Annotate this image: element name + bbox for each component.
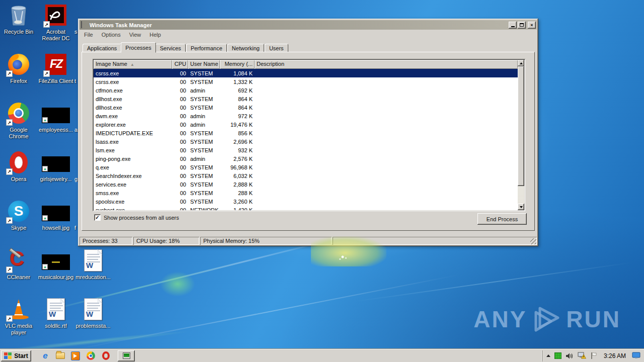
desktop-icon-label: VLC media player bbox=[0, 323, 37, 336]
process-row[interactable]: lsass.exe00SYSTEM2,696 K bbox=[94, 137, 518, 146]
resize-grip[interactable] bbox=[530, 238, 536, 244]
tab-processes[interactable]: Processes bbox=[121, 42, 155, 53]
process-row[interactable]: dllhost.exe00SYSTEM864 K bbox=[94, 103, 518, 112]
tab-networking[interactable]: Networking bbox=[227, 44, 264, 52]
desktop-icon-ccleaner[interactable]: C ↗CCleaner bbox=[0, 248, 37, 281]
desktop-icon-label: CCleaner bbox=[0, 274, 37, 281]
cell-name: IMEDICTUPDATE.EXE bbox=[94, 130, 172, 136]
process-row[interactable]: services.exe00SYSTEM2,888 K bbox=[94, 180, 518, 189]
desktop-icon-label: FileZilla Client bbox=[37, 78, 74, 84]
desktop-icon-employeess[interactable]: ▲employeess... bbox=[37, 101, 74, 133]
column-header-mem[interactable]: Memory (... bbox=[220, 60, 255, 69]
cell-cpu: 00 bbox=[172, 164, 188, 170]
image-thumbnail: ▲ bbox=[42, 254, 70, 270]
tab-applications[interactable]: Applications bbox=[83, 44, 121, 52]
scrollbar-track[interactable] bbox=[518, 186, 524, 204]
process-row[interactable]: explorer.exe00admin19,476 K bbox=[94, 120, 518, 129]
cell-mem: 2,696 K bbox=[220, 139, 255, 145]
minimize-button[interactable] bbox=[509, 22, 517, 29]
process-row[interactable]: dwm.exe00admin972 K bbox=[94, 112, 518, 120]
desktop-icon-google-chrome[interactable]: ↗Google Chrome bbox=[0, 101, 37, 140]
taskbar-clock[interactable]: 3:26 AM bbox=[602, 352, 628, 359]
cell-user: SYSTEM bbox=[188, 199, 220, 205]
desktop-icon-recycle-bin[interactable]: Recycle Bin bbox=[0, 3, 37, 35]
volume-icon[interactable] bbox=[566, 352, 574, 359]
desktop-icon-acrobat-reader-dc[interactable]: ↗Acrobat Reader DC bbox=[37, 3, 74, 42]
process-row[interactable]: smss.exe00SYSTEM288 K bbox=[94, 189, 518, 197]
desktop-icon-opera[interactable]: ↗Opera bbox=[0, 150, 37, 183]
cell-cpu: 00 bbox=[172, 199, 188, 205]
close-button[interactable]: × bbox=[528, 22, 536, 29]
process-row[interactable]: q.exe00SYSTEM96,968 K bbox=[94, 163, 518, 171]
image-thumbnail: ▲ bbox=[42, 206, 70, 221]
word-document-icon: W bbox=[84, 298, 102, 320]
desktop-icon-skype[interactable]: S↗Skype bbox=[0, 199, 37, 231]
desktop-icon-label: musicalour.jpg bbox=[37, 274, 74, 281]
column-header-name[interactable]: Image Name▲ bbox=[94, 60, 172, 69]
quick-launch-media-player[interactable] bbox=[70, 351, 80, 361]
desktop-icon-howsell-jpg[interactable]: ▲howsell.jpg bbox=[37, 199, 74, 231]
menu-item-view[interactable]: View bbox=[125, 31, 145, 39]
desktop-icon-musicalour-jpg[interactable]: ▲musicalour.jpg bbox=[37, 248, 74, 281]
show-all-users-checkbox[interactable]: ✓ bbox=[94, 214, 101, 221]
desktop-icon-filezilla-client[interactable]: FZ↗FileZilla Client bbox=[37, 52, 74, 84]
display-tray-icon[interactable] bbox=[632, 352, 641, 359]
menu-item-help[interactable]: Help bbox=[145, 31, 165, 39]
title-bar[interactable]: Windows Task Manager × bbox=[79, 20, 537, 30]
desktop-icon-mreducation[interactable]: Wmreducation... bbox=[74, 248, 112, 281]
taskbar-button-task-manager[interactable] bbox=[118, 350, 135, 361]
quick-launch-chrome[interactable] bbox=[86, 351, 96, 361]
wallpaper-sprout-glow bbox=[160, 272, 195, 297]
quick-launch-windows-explorer[interactable] bbox=[55, 351, 65, 361]
column-header-user[interactable]: User Name bbox=[188, 60, 220, 69]
desktop-icon-vlc-media-player[interactable]: ↗VLC media player bbox=[0, 297, 37, 336]
quick-launch-opera[interactable] bbox=[101, 351, 111, 361]
scrollbar-thumb[interactable] bbox=[518, 66, 524, 186]
process-row[interactable]: SearchIndexer.exe00SYSTEM6,032 K bbox=[94, 171, 518, 180]
cell-name: dllhost.exe bbox=[94, 105, 172, 111]
scroll-up-button[interactable] bbox=[518, 60, 524, 66]
cell-name: svchost.exe bbox=[94, 207, 172, 211]
menu-item-options[interactable]: Options bbox=[97, 31, 125, 39]
column-header-desc[interactable]: Description bbox=[255, 60, 518, 69]
start-button[interactable]: Start bbox=[1, 350, 31, 361]
process-row[interactable]: dllhost.exe00SYSTEM864 K bbox=[94, 95, 518, 103]
process-row[interactable]: ping-pong.exe00admin2,576 K bbox=[94, 154, 518, 163]
cell-name: ctfmon.exe bbox=[94, 87, 172, 94]
column-header-cpu[interactable]: CPU bbox=[172, 60, 188, 69]
network-warning-icon[interactable] bbox=[578, 352, 586, 359]
process-row[interactable]: ctfmon.exe00admin692 K bbox=[94, 86, 518, 95]
cell-user: SYSTEM bbox=[188, 147, 220, 153]
sort-ascending-icon: ▲ bbox=[130, 62, 134, 67]
quick-launch-internet-explorer[interactable]: e bbox=[40, 351, 50, 361]
desktop-icon-label: Recycle Bin bbox=[0, 29, 37, 35]
scroll-down-button[interactable] bbox=[518, 204, 524, 210]
menu-bar: FileOptionsViewHelp bbox=[79, 30, 537, 39]
desktop-icon-label: soldllc.rtf bbox=[37, 323, 74, 329]
menu-item-file[interactable]: File bbox=[79, 31, 97, 39]
tab-services[interactable]: Services bbox=[155, 44, 186, 52]
tab-users[interactable]: Users bbox=[265, 44, 288, 52]
desktop-icon-soldllc-rtf[interactable]: Wsoldllc.rtf bbox=[37, 297, 74, 329]
internet-explorer-icon: e bbox=[43, 351, 47, 361]
desktop-icon-firefox[interactable]: ↗Firefox bbox=[0, 52, 37, 84]
desktop-icon-problemssta[interactable]: Wproblemssta... bbox=[74, 297, 112, 329]
process-row[interactable]: csrss.exe00SYSTEM1,084 K bbox=[94, 69, 518, 77]
desktop-icon-girlsjewelry[interactable]: ▲girlsjewelry... bbox=[37, 150, 74, 183]
status-processes: Processes: 33 bbox=[79, 237, 132, 245]
anyrun-watermark-run: RUN bbox=[566, 306, 621, 333]
tab-performance[interactable]: Performance bbox=[186, 44, 227, 52]
network-activity-icon[interactable] bbox=[554, 352, 561, 359]
action-center-flag-icon[interactable] bbox=[590, 352, 598, 359]
collapse-chevron-icon[interactable] bbox=[546, 352, 550, 357]
process-row[interactable]: svchost.exe00NETWORK...1,420 K bbox=[94, 206, 518, 210]
process-row[interactable]: csrss.exe00SYSTEM1,332 K bbox=[94, 77, 518, 86]
cell-name: csrss.exe bbox=[94, 70, 172, 76]
process-row[interactable]: spoolsv.exe00SYSTEM3,260 K bbox=[94, 197, 518, 206]
process-row[interactable]: lsm.exe00SYSTEM932 K bbox=[94, 146, 518, 154]
maximize-button[interactable] bbox=[518, 22, 526, 29]
cell-user: SYSTEM bbox=[188, 70, 220, 76]
end-process-button[interactable]: End Process bbox=[477, 213, 527, 225]
process-row[interactable]: IMEDICTUPDATE.EXE00SYSTEM856 K bbox=[94, 129, 518, 137]
vertical-scrollbar[interactable] bbox=[518, 60, 524, 210]
